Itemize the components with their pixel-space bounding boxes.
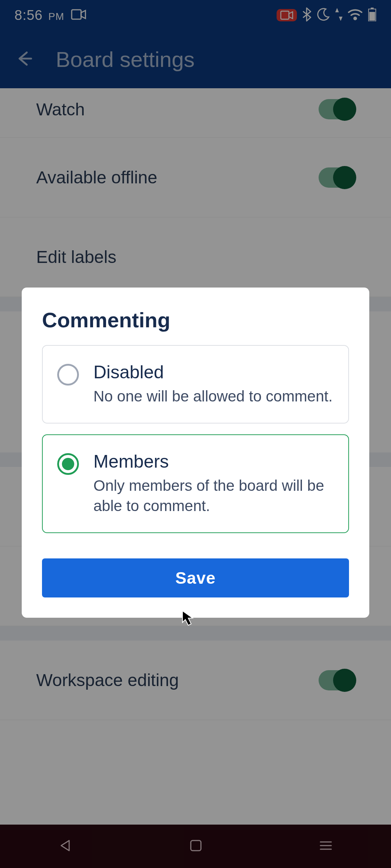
commenting-dialog: Commenting Disabled No one will be allow… xyxy=(22,288,369,618)
cursor-icon xyxy=(181,609,196,624)
option-desc: Only members of the board will be able t… xyxy=(93,476,334,516)
radio-icon-selected xyxy=(57,453,79,475)
option-members[interactable]: Members Only members of the board will b… xyxy=(42,434,349,533)
option-desc: No one will be allowed to comment. xyxy=(93,386,333,407)
radio-icon xyxy=(57,364,79,386)
dialog-title: Commenting xyxy=(42,308,349,332)
option-title: Disabled xyxy=(93,362,333,383)
option-title: Members xyxy=(93,451,334,472)
save-button[interactable]: Save xyxy=(42,558,349,597)
option-disabled[interactable]: Disabled No one will be allowed to comme… xyxy=(42,345,349,424)
